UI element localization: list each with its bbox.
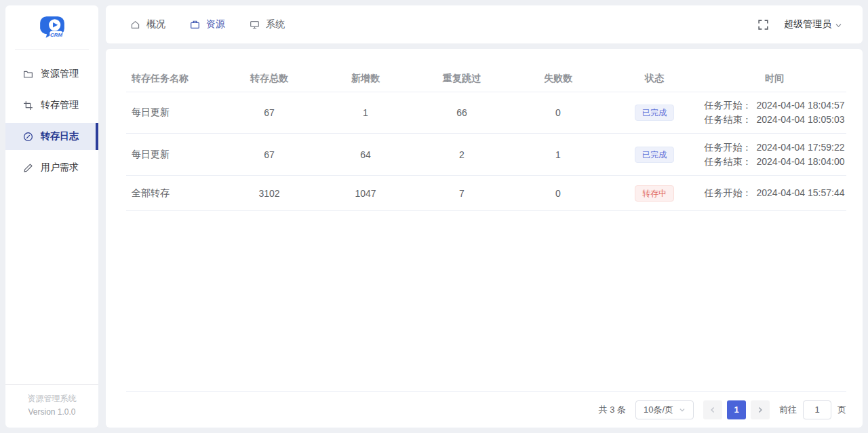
tab-label: 系统 <box>266 18 285 31</box>
pen-icon <box>23 163 33 173</box>
topbar-right: 超级管理员 <box>757 18 842 31</box>
cell-task-name: 全部转存 <box>126 187 221 200</box>
cell-failed: 0 <box>510 188 606 199</box>
briefcase-icon <box>190 20 200 30</box>
cell-skipped: 66 <box>414 107 510 118</box>
cell-failed: 0 <box>510 107 606 118</box>
chevron-down-icon <box>835 22 842 29</box>
cell-status: 已完成 <box>606 105 703 121</box>
app-logo: CRM <box>5 5 98 46</box>
content-spacer <box>126 211 846 391</box>
sidebar-item-transfer-management[interactable]: 转存管理 <box>5 92 98 119</box>
user-dropdown[interactable]: 超级管理员 <box>784 18 842 31</box>
sidebar-item-label: 资源管理 <box>41 68 79 80</box>
topbar-tabs: 概况 资源 系统 <box>130 18 285 31</box>
time-line: 任务开始：2024-04-04 17:59:22 <box>705 140 845 155</box>
compass-icon <box>23 132 33 142</box>
chevron-down-icon <box>679 407 686 413</box>
cell-added: 1 <box>317 107 414 118</box>
app-version: Version 1.0.0 <box>5 407 98 417</box>
cell-failed: 1 <box>510 149 606 160</box>
cell-skipped: 7 <box>414 188 510 199</box>
column-header-skipped: 重复跳过 <box>414 73 510 85</box>
goto-unit: 页 <box>837 404 846 416</box>
user-name: 超级管理员 <box>784 18 831 31</box>
status-badge: 转存中 <box>635 185 674 202</box>
status-badge: 已完成 <box>635 147 674 163</box>
column-header-failed: 失败数 <box>510 73 606 85</box>
table-row: 每日更新 67 1 66 0 已完成 任务开始：2024-04-04 18:04… <box>126 92 846 134</box>
cell-task-name: 每日更新 <box>126 149 221 161</box>
time-line: 任务结束：2024-04-04 18:04:00 <box>705 155 845 169</box>
cell-status: 转存中 <box>606 185 703 202</box>
cell-total: 3102 <box>221 188 317 199</box>
cell-skipped: 2 <box>414 149 510 160</box>
cell-total: 67 <box>221 149 317 160</box>
pagination-total: 共 3 条 <box>599 404 626 416</box>
column-header-task-name: 转存任务名称 <box>126 73 221 85</box>
fullscreen-icon[interactable] <box>757 19 769 31</box>
app-title: 资源管理系统 <box>5 393 98 404</box>
page-size-select[interactable]: 10条/页 <box>635 400 694 419</box>
cell-status: 已完成 <box>606 147 703 163</box>
column-header-time: 时间 <box>703 73 846 85</box>
tab-resources[interactable]: 资源 <box>190 18 225 31</box>
time-line: 任务开始：2024-04-04 15:57:44 <box>705 186 845 200</box>
sidebar-item-label: 转存日志 <box>41 130 79 143</box>
goto-page-input[interactable] <box>803 400 831 419</box>
crm-logo-icon: CRM <box>38 14 66 42</box>
tab-overview[interactable]: 概况 <box>130 18 165 31</box>
sidebar-menu: 资源管理 转存管理 转存日志 用户需求 <box>5 50 98 181</box>
prev-page-button[interactable] <box>703 400 722 419</box>
svg-text:CRM: CRM <box>50 32 62 38</box>
column-header-added: 新增数 <box>317 73 414 85</box>
next-page-button[interactable] <box>751 400 770 419</box>
sidebar-item-label: 转存管理 <box>41 99 79 111</box>
time-line: 任务结束：2024-04-04 18:05:03 <box>705 113 845 127</box>
cell-total: 67 <box>221 107 317 118</box>
status-badge: 已完成 <box>635 105 674 121</box>
time-line: 任务开始：2024-04-04 18:04:57 <box>705 98 845 113</box>
cell-added: 64 <box>317 149 414 160</box>
sidebar: CRM 资源管理 转存管理 转存日志 用户需求 <box>5 5 98 428</box>
page-size-value: 10条/页 <box>644 404 673 416</box>
sidebar-item-user-needs[interactable]: 用户需求 <box>5 154 98 181</box>
home-icon <box>130 20 140 30</box>
tab-label: 概况 <box>146 18 165 31</box>
pager: 1 <box>703 400 770 419</box>
goto-page: 前往 页 <box>779 400 846 419</box>
content-panel: 转存任务名称 转存总数 新增数 重复跳过 失败数 状态 时间 每日更新 67 1… <box>106 49 863 428</box>
tab-system[interactable]: 系统 <box>250 18 285 31</box>
cell-task-name: 每日更新 <box>126 107 221 119</box>
sidebar-item-transfer-log[interactable]: 转存日志 <box>5 123 98 150</box>
cell-time: 任务开始：2024-04-04 15:57:44 <box>703 186 846 200</box>
table-row: 全部转存 3102 1047 7 0 转存中 任务开始：2024-04-04 1… <box>126 176 846 211</box>
tab-label: 资源 <box>206 18 225 31</box>
cell-time: 任务开始：2024-04-04 17:59:22 任务结束：2024-04-04… <box>703 140 846 169</box>
pagination-bar: 共 3 条 10条/页 1 前往 页 <box>126 391 846 428</box>
sidebar-item-resource-management[interactable]: 资源管理 <box>5 60 98 88</box>
crop-icon <box>23 100 33 111</box>
cell-time: 任务开始：2024-04-04 18:04:57 任务结束：2024-04-04… <box>703 98 846 127</box>
column-header-status: 状态 <box>606 73 703 85</box>
goto-label: 前往 <box>779 404 797 416</box>
page-number-button[interactable]: 1 <box>727 400 746 419</box>
cell-added: 1047 <box>317 188 414 199</box>
sidebar-item-label: 用户需求 <box>41 162 79 174</box>
table-row: 每日更新 67 64 2 1 已完成 任务开始：2024-04-04 17:59… <box>126 134 846 176</box>
topbar: 概况 资源 系统 超级管理员 <box>106 5 863 43</box>
column-header-total: 转存总数 <box>221 73 317 85</box>
monitor-icon <box>250 20 260 30</box>
table-header-row: 转存任务名称 转存总数 新增数 重复跳过 失败数 状态 时间 <box>126 65 846 92</box>
folder-icon <box>23 69 33 79</box>
sidebar-footer: 资源管理系统 Version 1.0.0 <box>5 384 98 428</box>
